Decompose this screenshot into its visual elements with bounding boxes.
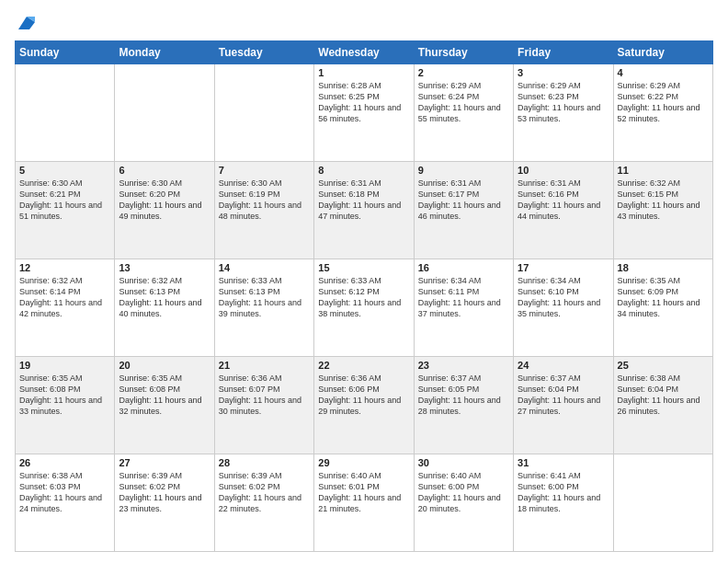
day-number: 3 [518, 67, 609, 78]
calendar-cell [214, 64, 313, 162]
day-number: 11 [618, 165, 709, 176]
calendar-day-header: Monday [115, 41, 214, 64]
day-number: 26 [19, 457, 110, 468]
day-info: Sunrise: 6:34 AM Sunset: 6:11 PM Dayligh… [418, 275, 509, 320]
day-info: Sunrise: 6:39 AM Sunset: 6:02 PM Dayligh… [219, 470, 310, 515]
day-number: 16 [418, 262, 509, 273]
calendar-cell: 23Sunrise: 6:37 AM Sunset: 6:05 PM Dayli… [414, 357, 513, 454]
day-info: Sunrise: 6:29 AM Sunset: 6:22 PM Dayligh… [618, 80, 709, 125]
calendar-cell: 12Sunrise: 6:32 AM Sunset: 6:14 PM Dayli… [16, 259, 115, 357]
calendar-day-header: Wednesday [314, 41, 414, 64]
logo [15, 15, 37, 33]
day-info: Sunrise: 6:29 AM Sunset: 6:23 PM Dayligh… [518, 80, 609, 125]
day-number: 15 [318, 262, 409, 273]
day-info: Sunrise: 6:37 AM Sunset: 6:04 PM Dayligh… [518, 373, 609, 418]
day-info: Sunrise: 6:28 AM Sunset: 6:25 PM Dayligh… [318, 80, 409, 125]
calendar-cell: 31Sunrise: 6:41 AM Sunset: 6:00 PM Dayli… [514, 454, 613, 552]
day-info: Sunrise: 6:35 AM Sunset: 6:08 PM Dayligh… [19, 373, 110, 418]
day-info: Sunrise: 6:35 AM Sunset: 6:08 PM Dayligh… [119, 373, 210, 418]
calendar-cell: 2Sunrise: 6:29 AM Sunset: 6:24 PM Daylig… [414, 64, 513, 162]
day-number: 21 [219, 360, 310, 371]
day-number: 29 [318, 457, 409, 468]
calendar-cell: 18Sunrise: 6:35 AM Sunset: 6:09 PM Dayli… [613, 259, 712, 357]
day-number: 20 [119, 360, 210, 371]
calendar-cell: 8Sunrise: 6:31 AM Sunset: 6:18 PM Daylig… [314, 162, 414, 259]
calendar-cell: 20Sunrise: 6:35 AM Sunset: 6:08 PM Dayli… [115, 357, 214, 454]
day-info: Sunrise: 6:32 AM Sunset: 6:14 PM Dayligh… [19, 275, 110, 320]
day-number: 9 [418, 165, 509, 176]
calendar-cell: 19Sunrise: 6:35 AM Sunset: 6:08 PM Dayli… [16, 357, 115, 454]
day-number: 13 [119, 262, 210, 273]
day-info: Sunrise: 6:36 AM Sunset: 6:06 PM Dayligh… [318, 373, 409, 418]
day-info: Sunrise: 6:30 AM Sunset: 6:21 PM Dayligh… [19, 178, 110, 223]
calendar-week-row: 26Sunrise: 6:38 AM Sunset: 6:03 PM Dayli… [16, 454, 713, 552]
calendar-cell: 7Sunrise: 6:30 AM Sunset: 6:19 PM Daylig… [214, 162, 313, 259]
calendar-cell: 5Sunrise: 6:30 AM Sunset: 6:21 PM Daylig… [16, 162, 115, 259]
day-info: Sunrise: 6:31 AM Sunset: 6:18 PM Dayligh… [318, 178, 409, 223]
calendar-cell: 17Sunrise: 6:34 AM Sunset: 6:10 PM Dayli… [514, 259, 613, 357]
calendar-cell: 11Sunrise: 6:32 AM Sunset: 6:15 PM Dayli… [613, 162, 712, 259]
day-info: Sunrise: 6:41 AM Sunset: 6:00 PM Dayligh… [518, 470, 609, 515]
day-info: Sunrise: 6:38 AM Sunset: 6:04 PM Dayligh… [618, 373, 709, 418]
day-number: 28 [219, 457, 310, 468]
calendar-cell: 27Sunrise: 6:39 AM Sunset: 6:02 PM Dayli… [115, 454, 214, 552]
calendar-day-header: Sunday [16, 41, 115, 64]
day-number: 2 [418, 67, 509, 78]
day-info: Sunrise: 6:29 AM Sunset: 6:24 PM Dayligh… [418, 80, 509, 125]
day-number: 30 [418, 457, 509, 468]
day-info: Sunrise: 6:40 AM Sunset: 6:00 PM Dayligh… [418, 470, 509, 515]
calendar-week-row: 1Sunrise: 6:28 AM Sunset: 6:25 PM Daylig… [16, 64, 713, 162]
calendar-day-header: Thursday [414, 41, 513, 64]
day-info: Sunrise: 6:32 AM Sunset: 6:13 PM Dayligh… [119, 275, 210, 320]
day-number: 7 [219, 165, 310, 176]
calendar-cell: 22Sunrise: 6:36 AM Sunset: 6:06 PM Dayli… [314, 357, 414, 454]
day-number: 17 [518, 262, 609, 273]
calendar-week-row: 5Sunrise: 6:30 AM Sunset: 6:21 PM Daylig… [16, 162, 713, 259]
calendar-day-header: Saturday [613, 41, 712, 64]
day-info: Sunrise: 6:39 AM Sunset: 6:02 PM Dayligh… [119, 470, 210, 515]
calendar-week-row: 12Sunrise: 6:32 AM Sunset: 6:14 PM Dayli… [16, 259, 713, 357]
calendar-cell: 4Sunrise: 6:29 AM Sunset: 6:22 PM Daylig… [613, 64, 712, 162]
day-number: 22 [318, 360, 409, 371]
calendar-cell: 14Sunrise: 6:33 AM Sunset: 6:13 PM Dayli… [214, 259, 313, 357]
calendar-cell: 24Sunrise: 6:37 AM Sunset: 6:04 PM Dayli… [514, 357, 613, 454]
day-info: Sunrise: 6:35 AM Sunset: 6:09 PM Dayligh… [618, 275, 709, 320]
day-number: 18 [618, 262, 709, 273]
calendar-header-row: SundayMondayTuesdayWednesdayThursdayFrid… [16, 41, 713, 64]
day-info: Sunrise: 6:36 AM Sunset: 6:07 PM Dayligh… [219, 373, 310, 418]
calendar-cell: 16Sunrise: 6:34 AM Sunset: 6:11 PM Dayli… [414, 259, 513, 357]
day-info: Sunrise: 6:31 AM Sunset: 6:16 PM Dayligh… [518, 178, 609, 223]
calendar-cell [115, 64, 214, 162]
day-number: 24 [518, 360, 609, 371]
day-info: Sunrise: 6:33 AM Sunset: 6:13 PM Dayligh… [219, 275, 310, 320]
day-number: 4 [618, 67, 709, 78]
day-info: Sunrise: 6:30 AM Sunset: 6:20 PM Dayligh… [119, 178, 210, 223]
day-number: 31 [518, 457, 609, 468]
calendar-cell: 13Sunrise: 6:32 AM Sunset: 6:13 PM Dayli… [115, 259, 214, 357]
calendar-cell: 1Sunrise: 6:28 AM Sunset: 6:25 PM Daylig… [314, 64, 414, 162]
day-info: Sunrise: 6:33 AM Sunset: 6:12 PM Dayligh… [318, 275, 409, 320]
calendar-cell: 15Sunrise: 6:33 AM Sunset: 6:12 PM Dayli… [314, 259, 414, 357]
day-info: Sunrise: 6:30 AM Sunset: 6:19 PM Dayligh… [219, 178, 310, 223]
calendar-cell: 30Sunrise: 6:40 AM Sunset: 6:00 PM Dayli… [414, 454, 513, 552]
day-info: Sunrise: 6:37 AM Sunset: 6:05 PM Dayligh… [418, 373, 509, 418]
calendar-cell: 26Sunrise: 6:38 AM Sunset: 6:03 PM Dayli… [16, 454, 115, 552]
day-info: Sunrise: 6:34 AM Sunset: 6:10 PM Dayligh… [518, 275, 609, 320]
day-number: 12 [19, 262, 110, 273]
calendar-cell: 28Sunrise: 6:39 AM Sunset: 6:02 PM Dayli… [214, 454, 313, 552]
page: SundayMondayTuesdayWednesdayThursdayFrid… [0, 0, 728, 563]
calendar-day-header: Friday [514, 41, 613, 64]
day-info: Sunrise: 6:31 AM Sunset: 6:17 PM Dayligh… [418, 178, 509, 223]
day-number: 6 [119, 165, 210, 176]
day-number: 27 [119, 457, 210, 468]
calendar-cell: 25Sunrise: 6:38 AM Sunset: 6:04 PM Dayli… [613, 357, 712, 454]
calendar-day-header: Tuesday [214, 41, 313, 64]
calendar-cell [613, 454, 712, 552]
calendar-cell [16, 64, 115, 162]
calendar-cell: 21Sunrise: 6:36 AM Sunset: 6:07 PM Dayli… [214, 357, 313, 454]
day-info: Sunrise: 6:32 AM Sunset: 6:15 PM Dayligh… [618, 178, 709, 223]
day-number: 14 [219, 262, 310, 273]
calendar-cell: 6Sunrise: 6:30 AM Sunset: 6:20 PM Daylig… [115, 162, 214, 259]
day-number: 8 [318, 165, 409, 176]
day-info: Sunrise: 6:40 AM Sunset: 6:01 PM Dayligh… [318, 470, 409, 515]
